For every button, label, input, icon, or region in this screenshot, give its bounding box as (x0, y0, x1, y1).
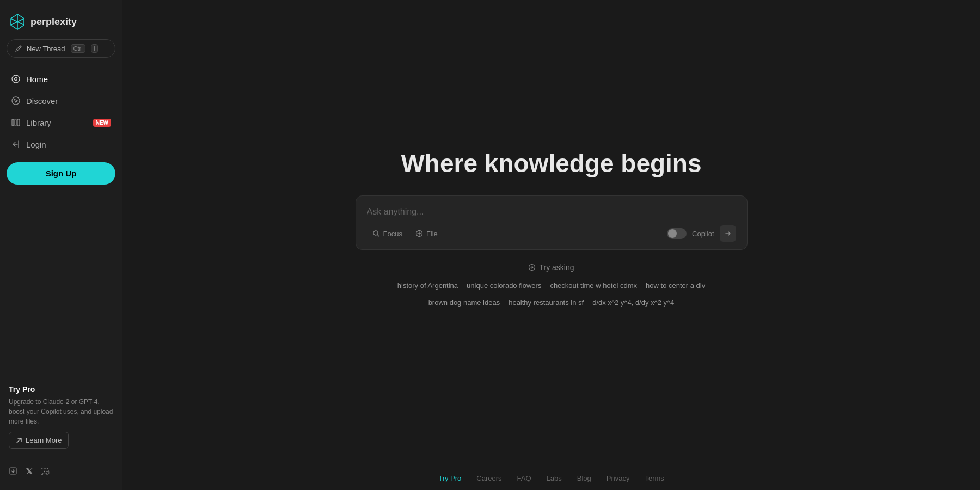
try-pro-section: Try Pro Upgrade to Claude-2 or GPT-4, bo… (7, 381, 115, 453)
svg-rect-3 (12, 119, 14, 126)
try-asking-label: Try asking (528, 263, 574, 272)
signup-button[interactable]: Sign Up (7, 162, 115, 185)
discord-button[interactable] (41, 467, 50, 477)
app-name: perplexity (30, 16, 77, 28)
suggestion-chip[interactable]: history of Argentina (397, 279, 458, 292)
suggestion-chip[interactable]: unique colorado flowers (467, 279, 541, 292)
svg-rect-5 (17, 119, 20, 126)
svg-point-8 (46, 471, 48, 473)
pencil-icon (15, 45, 22, 52)
sidebar-item-discover[interactable]: Discover (7, 90, 115, 111)
svg-point-0 (12, 75, 20, 83)
kbd-ctrl: Ctrl (71, 44, 85, 53)
kbd-i: I (91, 44, 98, 53)
library-new-badge: NEW (93, 119, 111, 127)
search-toolbar: Focus File Copilot (367, 225, 736, 242)
copilot-label: Copilot (692, 230, 714, 238)
footer-link-privacy[interactable]: Privacy (607, 474, 630, 482)
footer-link-terms[interactable]: Terms (645, 474, 664, 482)
svg-rect-4 (15, 119, 16, 126)
download-icon (9, 467, 17, 475)
logo: perplexity (7, 9, 115, 39)
footer-link-labs[interactable]: Labs (547, 474, 562, 482)
suggestion-chip[interactable]: checkout time w hotel cdmx (550, 279, 637, 292)
footer-link-try-pro[interactable]: Try Pro (438, 474, 461, 482)
sidebar-footer (7, 460, 115, 481)
main-content: Where knowledge begins Focus File C (122, 0, 980, 490)
svg-point-1 (15, 78, 17, 81)
try-pro-description: Upgrade to Claude-2 or GPT-4, boost your… (9, 397, 113, 426)
footer-link-careers[interactable]: Careers (476, 474, 501, 482)
hero-title: Where knowledge begins (401, 149, 701, 178)
sidebar-item-login[interactable]: Login (7, 134, 115, 155)
toolbar-right: Copilot (667, 225, 736, 242)
suggestions: history of Argentina unique colorado flo… (397, 279, 705, 309)
svg-point-2 (12, 97, 20, 105)
file-button[interactable]: File (410, 227, 443, 241)
plus-circle-icon (415, 230, 423, 237)
perplexity-logo-icon (9, 13, 26, 30)
library-icon (11, 118, 21, 127)
sidebar-bottom: Try Pro Upgrade to Claude-2 or GPT-4, bo… (7, 381, 115, 481)
try-pro-title: Try Pro (9, 385, 113, 394)
submit-button[interactable] (720, 225, 736, 242)
focus-button[interactable]: Focus (367, 227, 408, 241)
sidebar-item-home[interactable]: Home (7, 69, 115, 89)
footer-link-faq[interactable]: FAQ (517, 474, 531, 482)
suggestion-chip[interactable]: d/dx x^2 y^4, d/dy x^2 y^4 (592, 296, 674, 309)
twitter-icon (25, 467, 34, 475)
bottom-footer: Try Pro Careers FAQ Labs Blog Privacy Te… (122, 467, 980, 490)
suggestion-chip[interactable]: how to center a div (646, 279, 705, 292)
sidebar: perplexity New Thread Ctrl I Home Discov… (0, 0, 122, 490)
download-button[interactable] (9, 467, 17, 477)
suggestion-chip[interactable]: brown dog name ideas (428, 296, 500, 309)
discover-icon (11, 96, 21, 106)
discord-icon (41, 467, 50, 475)
arrow-right-icon (724, 230, 732, 237)
copilot-toggle[interactable] (667, 228, 687, 239)
svg-point-7 (44, 471, 45, 473)
twitter-button[interactable] (25, 467, 34, 477)
suggestion-row-1: history of Argentina unique colorado flo… (397, 279, 705, 292)
sidebar-item-library[interactable]: Library NEW (7, 112, 115, 133)
learn-more-button[interactable]: Learn More (9, 432, 69, 449)
footer-link-blog[interactable]: Blog (577, 474, 591, 482)
new-thread-button[interactable]: New Thread Ctrl I (7, 39, 115, 58)
home-icon (11, 74, 21, 84)
suggestion-chip[interactable]: healthy restaurants in sf (509, 296, 584, 309)
search-input[interactable] (367, 207, 736, 217)
search-icon (372, 230, 380, 237)
suggestion-row-2: brown dog name ideas healthy restaurants… (428, 296, 675, 309)
search-container: Focus File Copilot (356, 195, 748, 250)
arrow-circle-icon (528, 264, 536, 271)
arrow-up-right-icon (16, 437, 22, 444)
login-icon (11, 139, 21, 149)
